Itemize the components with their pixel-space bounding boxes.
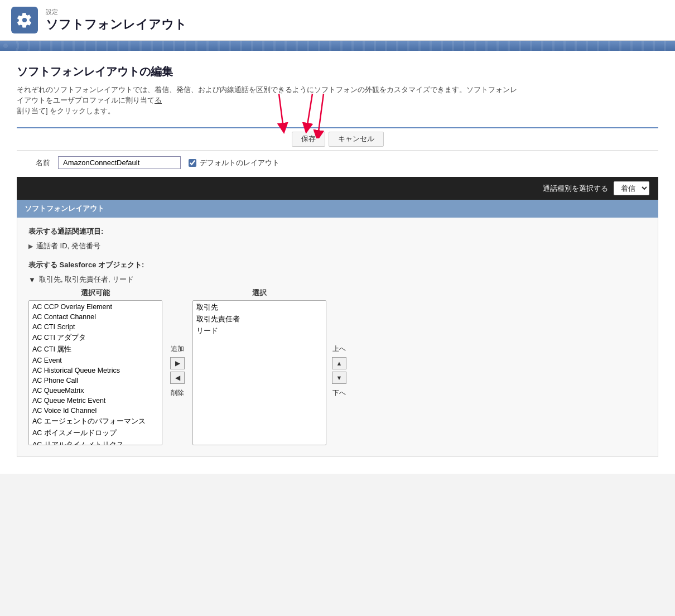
list-item: AC Historical Queue Metrics: [29, 365, 162, 376]
list-item: AC リアルタイムメトリクス: [29, 439, 162, 445]
collapse-triangle[interactable]: ▼: [28, 276, 36, 284]
default-layout-label: デフォルトのレイアウト: [200, 158, 279, 168]
decorative-band: [0, 41, 675, 51]
available-label: 選択可能: [28, 288, 162, 298]
right-controls: 上へ ▲ ▼ 下へ: [326, 344, 352, 399]
page-description: それぞれのソフトフォンレイアウトでは、着信、発信、および内線通話を区別できるよう…: [17, 85, 519, 116]
selected-label: 選択: [192, 288, 326, 298]
list-item: AC Event: [29, 355, 162, 365]
selected-listbox[interactable]: 取引先 取引先責任者 リード: [192, 300, 326, 445]
name-label: 名前: [17, 158, 50, 168]
list-item: AC CTI 属性: [29, 344, 162, 355]
remove-label: 削除: [171, 388, 184, 398]
list-item: 取引先: [193, 302, 326, 314]
list-item: AC CTI Script: [29, 322, 162, 332]
list-item: AC Queue Metric Event: [29, 396, 162, 406]
middle-controls: 追加 ▶ ◀ 削除: [162, 344, 192, 399]
list-item: AC ボイスメールドロップ: [29, 427, 162, 439]
default-layout-checkbox[interactable]: [189, 159, 196, 167]
list-item: AC Contact Channel: [29, 312, 162, 322]
call-type-bar: 通話種別を選択する 着信 発信 内線: [17, 177, 658, 200]
save-button[interactable]: 保存: [292, 132, 325, 147]
add-button[interactable]: ▶: [170, 357, 185, 369]
move-up-button[interactable]: ▲: [332, 357, 346, 369]
header-text-group: 設定 ソフトフォンレイアウト: [46, 8, 187, 33]
dual-panel: 選択可能 AC CCP Overlay Element AC Contact C…: [28, 288, 647, 445]
list-item: AC CCP Overlay Element: [29, 302, 162, 312]
call-fields-item: 通話者 ID, 発信番号: [36, 241, 100, 251]
name-row: 名前 デフォルトのレイアウト: [17, 151, 658, 177]
objects-row-header: ▼ 取引先, 取引先責任者, リード: [28, 275, 647, 285]
available-panel-wrapper: 選択可能 AC CCP Overlay Element AC Contact C…: [28, 288, 162, 445]
list-item: AC Voice Id Channel: [29, 406, 162, 416]
name-input[interactable]: [58, 156, 181, 169]
list-item: AC エージェントのパフォーマンス: [29, 416, 162, 427]
salesforce-objects-title: 表示する Salesforce オブジェクト:: [28, 260, 647, 270]
available-listbox[interactable]: AC CCP Overlay Element AC Contact Channe…: [28, 300, 162, 445]
list-item: AC CTI アダプタ: [29, 332, 162, 344]
header-subtitle: 設定: [46, 8, 187, 16]
add-label: 追加: [171, 344, 184, 354]
list-item: AC QueueMatrix: [29, 386, 162, 396]
call-fields-title: 表示する通話関連項目:: [28, 227, 647, 237]
call-type-select[interactable]: 着信 発信 内線: [614, 181, 649, 195]
main-content: ソフトフォンレイアウトの編集 それぞれのソフトフォンレイアウトでは、着信、発信、…: [0, 51, 675, 474]
header-title: ソフトフォンレイアウト: [46, 16, 187, 33]
move-down-button[interactable]: ▼: [332, 372, 346, 384]
objects-row-label: 取引先, 取引先責任者, リード: [39, 275, 134, 285]
up-label: 上へ: [332, 344, 346, 354]
section-header: ソフトフォンレイアウト: [17, 200, 658, 218]
section-body: 表示する通話関連項目: ▶ 通話者 ID, 発信番号 表示する Salesfor…: [17, 218, 658, 457]
settings-icon-box: [11, 7, 38, 33]
call-type-label: 通話種別を選択する: [543, 184, 608, 194]
list-item: 取引先責任者: [193, 314, 326, 325]
list-item: リード: [193, 325, 326, 337]
page-header: 設定 ソフトフォンレイアウト: [0, 0, 675, 41]
page-title: ソフトフォンレイアウトの編集: [17, 64, 658, 79]
call-fields-row[interactable]: ▶ 通話者 ID, 発信番号: [28, 241, 647, 251]
cancel-button[interactable]: キャンセル: [329, 132, 384, 147]
remove-button[interactable]: ◀: [170, 372, 185, 384]
list-item: AC Phone Call: [29, 376, 162, 386]
toolbar-row: 保存 キャンセル: [17, 127, 658, 151]
down-label: 下へ: [332, 388, 346, 398]
selected-panel-wrapper: 選択 取引先 取引先責任者 リード: [192, 288, 326, 445]
expand-icon: ▶: [28, 243, 33, 250]
gear-icon: [17, 12, 32, 28]
toolbar-area: 保存 キャンセル: [17, 127, 658, 151]
default-layout-group: デフォルトのレイアウト: [189, 158, 279, 168]
